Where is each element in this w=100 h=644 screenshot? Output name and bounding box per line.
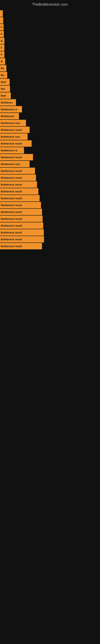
bar-35: Bottleneck result [0, 243, 42, 249]
bar-row: F [0, 44, 100, 51]
bar-14: Bottlenec [0, 99, 16, 106]
bar-label-20: Bottleneck result [1, 142, 22, 145]
bar-label-15: Bottleneck re [1, 108, 17, 111]
bar-26: Bottleneck result [0, 181, 37, 188]
bar-9: Bo [0, 65, 6, 72]
bar-29: Bottleneck result [0, 202, 41, 208]
bar-label-31: Bottleneck result [1, 217, 22, 220]
bar-5: B [0, 38, 4, 44]
bar-34: Bottleneck result [0, 236, 44, 242]
bar-30: Bottleneck result [0, 209, 42, 215]
bar-label-5: B [1, 40, 2, 42]
bar-row: Bottleneck result [0, 236, 100, 242]
bar-label-33: Bottleneck result [1, 231, 22, 234]
bar-33: Bottleneck result [0, 229, 44, 236]
bar-label-7: F [1, 53, 2, 56]
bar-row: Bo [0, 65, 100, 72]
bar-label-4: F [1, 32, 2, 36]
bar-row [0, 10, 100, 17]
bar-label-6: F [1, 46, 2, 49]
bar-row: Bottleneck result [0, 243, 100, 249]
bar-27: Bottleneck result [0, 188, 38, 194]
bar-row: Bottleneck result [0, 168, 100, 174]
bar-28: Bottleneck result [0, 195, 40, 202]
bar-row: Bottleneck resu [0, 134, 100, 140]
bar-3: F [0, 24, 3, 30]
bar-label-10: Bo [1, 74, 4, 77]
bar-18: Bottleneck result [0, 126, 30, 133]
bar-row: Bottleneck result [0, 140, 100, 147]
bar-label-11: Bott [1, 80, 6, 84]
bar-row: Bottleneck result [0, 188, 100, 194]
bar-20: Bottleneck result [0, 140, 32, 147]
bar-row: Bottleneck resu [0, 120, 100, 126]
bar-label-13: Bott [1, 94, 6, 97]
bar-row: B [0, 58, 100, 64]
bar-label-22: Bottleneck result [1, 156, 22, 159]
bar-label-21: Bottleneck re [1, 149, 17, 152]
site-title: TheBottlenecker.com [0, 0, 100, 8]
bar-label-23: Bottleneck resu [1, 162, 20, 166]
bar-label-30: Bottleneck result [1, 210, 22, 214]
bar-row: Bottleneck [0, 113, 100, 119]
bar-label-16: Bottleneck [1, 115, 14, 118]
bar-row: Bo [0, 72, 100, 78]
bar-row: B [0, 38, 100, 44]
bar-label-29: Bottleneck result [1, 204, 22, 207]
bar-row: F [0, 31, 100, 37]
bar-label-35: Bottleneck result [1, 245, 22, 248]
bar-31: Bottleneck result [0, 216, 43, 222]
bar-label-26: Bottleneck result [1, 183, 22, 186]
bar-1 [0, 10, 3, 17]
bar-row: Bottleneck result [0, 229, 100, 236]
bar-4: F [0, 31, 4, 37]
bar-label-8: B [1, 60, 2, 63]
bar-19: Bottleneck resu [0, 134, 28, 140]
bar-row: Bottleneck result [0, 174, 100, 181]
bar-11: Bott [0, 79, 10, 85]
bar-label-9: Bo [1, 67, 4, 70]
bar-label-12: Bol [1, 87, 5, 90]
bar-23: Bottleneck resu [0, 161, 30, 167]
bar-row: Bottleneck re [0, 106, 100, 112]
bar-7: F [0, 51, 4, 58]
bar-row: Bottleneck resu [0, 161, 100, 167]
bar-row: Bottleneck result [0, 222, 100, 229]
site-header: TheBottlenecker.com [0, 0, 100, 8]
bar-label-32: Bottleneck result [1, 224, 22, 227]
bar-24: Bottleneck result [0, 168, 35, 174]
bar-16: Bottleneck [0, 113, 19, 119]
bar-label-24: Bottleneck result [1, 170, 22, 172]
bar-row: Bottlenec [0, 99, 100, 106]
bar-25: Bottleneck result [0, 174, 36, 181]
bars-container: FFBFFBBoBoBottBolBottBottlenecBottleneck… [0, 8, 100, 250]
bar-8: B [0, 58, 5, 64]
bar-row: Bottleneck result [0, 202, 100, 208]
bar-22: Bottleneck result [0, 154, 33, 160]
bar-label-14: Bottlenec [1, 101, 13, 104]
bar-row: F [0, 51, 100, 58]
bar-12: Bol [0, 86, 10, 92]
bar-row: Bottleneck result [0, 209, 100, 215]
bar-row: Bottleneck result [0, 181, 100, 188]
bar-label-25: Bottleneck result [1, 176, 22, 179]
bar-15: Bottleneck re [0, 106, 22, 112]
bar-row: Bol [0, 86, 100, 92]
bar-13: Bott [0, 92, 11, 99]
bar-row: Bottleneck result [0, 126, 100, 133]
bar-row: Bott [0, 92, 100, 99]
bar-row: Bottleneck result [0, 216, 100, 222]
bar-21: Bottleneck re [0, 147, 24, 154]
bar-row: Bott [0, 79, 100, 85]
bar-label-28: Bottleneck result [1, 197, 22, 200]
bar-17: Bottleneck resu [0, 120, 26, 126]
bar-2 [0, 17, 3, 24]
bar-label-27: Bottleneck result [1, 190, 22, 193]
bar-10: Bo [0, 72, 7, 78]
bar-label-34: Bottleneck result [1, 238, 22, 241]
bar-row [0, 17, 100, 24]
bar-row: Bottleneck result [0, 195, 100, 202]
bar-32: Bottleneck result [0, 222, 43, 229]
bar-row: F [0, 24, 100, 30]
bar-6: F [0, 44, 4, 51]
